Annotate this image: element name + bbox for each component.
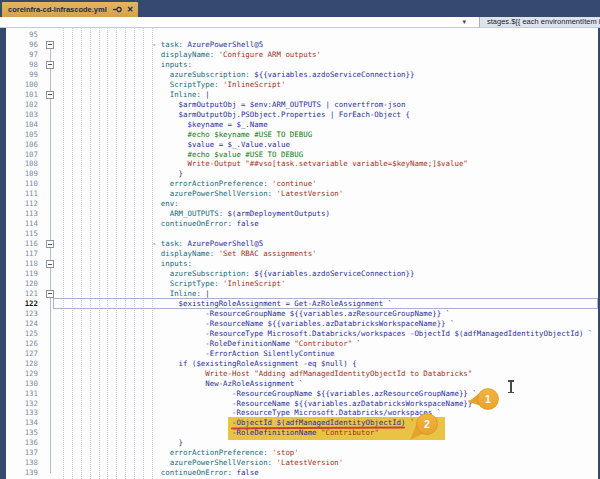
fold-toggle[interactable] xyxy=(46,260,54,268)
code-token: errorActionPreference: xyxy=(170,448,268,457)
code-token: displayName: xyxy=(161,50,214,59)
line-number: 102 xyxy=(8,100,38,110)
code-token: errorActionPreference: xyxy=(170,179,268,188)
pin-icon[interactable] xyxy=(113,5,122,14)
code-token: | xyxy=(201,289,210,298)
code-token: continueOnError: xyxy=(161,219,232,228)
line-number: 95 xyxy=(8,30,38,40)
code-token: "Contributor" xyxy=(321,428,379,437)
code-line: $keyname = $_.Name xyxy=(54,120,600,130)
code-line: -RoleDefinitionName "Contributor" xyxy=(54,428,600,438)
code-line: Inline: | xyxy=(54,289,600,299)
code-token: #echo $value #USE TO DEBUG xyxy=(188,150,304,159)
code-token: inputs: xyxy=(161,60,192,69)
code-token: continueOnError: xyxy=(161,468,232,477)
line-number: 114 xyxy=(8,219,38,229)
line-number: 109 xyxy=(8,169,38,179)
code-line: -ResourceType Microsoft.Databricks/works… xyxy=(54,408,600,418)
callout-badge-1: 1 xyxy=(465,385,505,419)
member-dropdown[interactable]: stages.${{ each environmentItem in spli xyxy=(480,17,600,27)
line-number: 100 xyxy=(8,80,38,90)
line-number: 110 xyxy=(8,179,38,189)
code-token: ARM_OUTPUTS: xyxy=(170,209,223,218)
code-editor[interactable]: 9596 - task: AzurePowerShell@597 display… xyxy=(0,28,600,479)
code-line: displayName: 'Configure ARM outputs' xyxy=(54,50,600,60)
code-token: 'InlineScript' xyxy=(223,279,285,288)
code-token: ${{variables.azdoServiceConnection}} xyxy=(250,269,415,278)
code-line: #echo $value #USE TO DEBUG xyxy=(54,150,600,160)
fold-toggle[interactable] xyxy=(46,41,54,49)
code-token: } xyxy=(179,438,183,447)
line-number: 127 xyxy=(8,349,38,359)
fold-toggle[interactable] xyxy=(46,91,54,99)
code-line: continueOnError: false xyxy=(54,219,600,229)
code-line: inputs: xyxy=(54,60,600,70)
code-line: } xyxy=(54,438,600,448)
code-line: if ($existingRoleAssignment -eq $null) { xyxy=(54,359,600,369)
code-token: AzurePowerShell@5 xyxy=(183,239,263,248)
code-token: -RoleDefinitionName xyxy=(205,339,294,348)
code-token: -ResourceName ${{variables.azDatabricksW… xyxy=(205,319,454,328)
code-token: "Contributor" xyxy=(294,339,352,348)
code-line xyxy=(54,229,600,239)
code-line: $value = $_.Value.value xyxy=(54,140,600,150)
line-number: 131 xyxy=(8,389,38,399)
scope-path: stages.${{ each environmentItem in spli xyxy=(487,17,600,26)
line-number: 119 xyxy=(8,269,38,279)
code-token: 'LatestVersion' xyxy=(277,189,344,198)
code-token: -ResourceType Microsoft.Databricks/works… xyxy=(205,329,592,338)
code-line: displayName: 'Set RBAC assignments' xyxy=(54,249,600,259)
code-token: 'InlineScript' xyxy=(223,80,285,89)
code-line: env: xyxy=(54,199,600,209)
callout-badge-2: 2 xyxy=(405,413,445,447)
fold-toggle[interactable] xyxy=(46,240,54,248)
editor-window: coreinfra-cd-infrascode.yml ✕ ▾ stages.$… xyxy=(0,0,600,479)
code-token: - xyxy=(152,40,161,49)
code-token: 'continue' xyxy=(272,179,317,188)
code-token: env: xyxy=(161,199,179,208)
code-token: Write-Host "Adding adfManagedIdentityObj… xyxy=(205,369,472,378)
code-token: if ($existingRoleAssignment -eq $null) { xyxy=(179,359,357,368)
code-line: azurePowerShellVersion: 'LatestVersion' xyxy=(54,189,600,199)
code-token: task: xyxy=(161,40,183,49)
dropdown-arrow-icon: ▾ xyxy=(462,17,466,27)
window-edge-left xyxy=(0,28,6,479)
navigation-bar: ▾ stages.${{ each environmentItem in spl… xyxy=(0,17,600,28)
type-dropdown[interactable]: ▾ xyxy=(0,17,480,27)
code-line: -ResourceGroupName ${{variables.azResour… xyxy=(54,309,600,319)
code-line: Inline: | xyxy=(54,90,600,100)
line-number: 113 xyxy=(8,209,38,219)
code-token: ScriptType: xyxy=(170,80,219,89)
code-line: azureSubscription: ${{variables.azdoServ… xyxy=(54,70,600,80)
line-number: 133 xyxy=(8,408,38,418)
fold-toggle[interactable] xyxy=(46,61,54,69)
line-number: 118 xyxy=(8,259,38,269)
line-number: 126 xyxy=(8,339,38,349)
code-line: $armOutputObj = $env:ARM_OUTPUTS | conve… xyxy=(54,100,600,110)
code-token: -ResourceGroupName ${{variables.azResour… xyxy=(205,309,450,318)
code-token: false xyxy=(232,219,259,228)
line-number: 139 xyxy=(8,468,38,478)
line-number: 129 xyxy=(8,369,38,379)
code-token: } xyxy=(179,169,183,178)
close-icon[interactable]: ✕ xyxy=(127,6,134,14)
code-token: azurePowerShellVersion: xyxy=(170,458,272,467)
code-token: displayName: xyxy=(161,249,214,258)
line-number: 123 xyxy=(8,309,38,319)
line-number: 106 xyxy=(8,140,38,150)
code-line: New-AzRoleAssignment ` xyxy=(54,379,600,389)
document-tab[interactable]: coreinfra-cd-infrascode.yml ✕ xyxy=(2,2,138,17)
code-token: New-AzRoleAssignment ` xyxy=(205,379,303,388)
code-token: 'Configure ARM outputs' xyxy=(219,50,321,59)
fold-structure-line xyxy=(50,44,51,473)
fold-toggle[interactable] xyxy=(46,290,54,298)
code-token: 'Set RBAC assignments' xyxy=(219,249,317,258)
line-number: 137 xyxy=(8,448,38,458)
code-line: - task: AzurePowerShell@5 xyxy=(54,40,600,50)
code-token: -ErrorAction SilentlyContinue xyxy=(205,349,334,358)
code-line: Write-Host "Adding adfManagedIdentityObj… xyxy=(54,369,600,379)
code-line: -ErrorAction SilentlyContinue xyxy=(54,349,600,359)
line-number: 103 xyxy=(8,110,38,120)
line-number: 97 xyxy=(8,50,38,60)
line-number: 112 xyxy=(8,199,38,209)
